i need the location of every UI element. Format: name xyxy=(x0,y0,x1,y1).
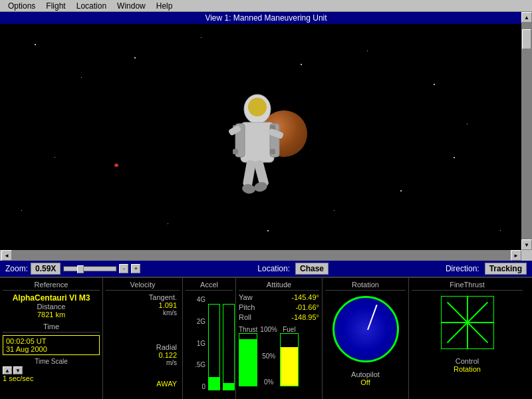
fuel-label: Fuel xyxy=(283,326,295,333)
pct-labels: 100% 50% 0% xyxy=(260,326,277,387)
star xyxy=(334,210,334,211)
yaw-row: Yaw -145.49° xyxy=(239,293,319,301)
star xyxy=(21,210,22,211)
accel-halfg: .5G xyxy=(186,361,205,368)
accel-fill-2 xyxy=(223,383,234,390)
tangent-value: 1.091 xyxy=(108,301,177,309)
scroll-left-button[interactable]: ◄ xyxy=(1,250,12,261)
zoom-plus-button[interactable]: + xyxy=(131,264,140,273)
timescale-row: ▲ ▼ xyxy=(3,366,100,374)
location-value: Chase xyxy=(295,263,329,275)
menu-window[interactable]: Window xyxy=(112,0,151,12)
tangent-label: Tangent. xyxy=(108,293,177,301)
location-label: Location: xyxy=(257,264,290,273)
scroll-right-button[interactable]: ► xyxy=(511,250,521,261)
statusbar: Zoom: 0.59X - + Location: Chase Directio… xyxy=(0,261,532,277)
menu-options[interactable]: Options xyxy=(3,0,41,12)
velocity-section: Velocity Tangent. 1.091 km/s Radial 0.12… xyxy=(103,278,183,399)
menu-help[interactable]: Help xyxy=(151,0,178,12)
time-date-value: 31 Aug 2000 xyxy=(6,345,96,353)
info-panel: Reference AlphaCentauri VI M3 Distance 7… xyxy=(0,277,532,399)
star xyxy=(367,51,368,51)
dial-needle xyxy=(367,305,378,330)
star xyxy=(454,157,455,158)
zoom-minus-button[interactable]: - xyxy=(119,264,128,273)
reference-header: Reference xyxy=(3,281,100,291)
radial-unit: m/s xyxy=(108,359,177,366)
finethrust-section: FineThrust Control Rotation xyxy=(409,278,525,399)
scroll-right: ▲ ▼ xyxy=(521,12,532,250)
svg-point-1 xyxy=(248,98,267,116)
fuel-bar xyxy=(280,333,299,386)
star xyxy=(467,124,467,124)
pitch-row: Pitch -01.66° xyxy=(239,303,319,311)
scroll-thumb-right[interactable] xyxy=(522,29,531,49)
rotation-section: Rotation Autopilot Off xyxy=(323,278,409,399)
accel-4g: 4G xyxy=(186,296,205,303)
red-dot xyxy=(114,164,118,167)
time-scale-value: 1 sec/sec xyxy=(3,374,100,382)
thrust-bar xyxy=(239,333,257,386)
time-ut-value: 00:02:05 UT xyxy=(6,337,96,345)
attitude-section: Attitude Yaw -145.49° Pitch -01.66° Roll… xyxy=(236,278,323,399)
star xyxy=(400,190,402,192)
direction-section: Direction: Tracking xyxy=(446,263,527,275)
star xyxy=(81,77,82,78)
scroll-track-right[interactable] xyxy=(521,23,532,239)
control-label: Control xyxy=(412,357,523,365)
menu-bar: Options Flight Location Window Help xyxy=(0,0,532,12)
radial-label: Radial xyxy=(108,343,177,351)
accel-bar-2 xyxy=(223,304,235,390)
pitch-value: -01.66° xyxy=(273,303,319,311)
roll-row: Roll -148.95° xyxy=(239,313,319,321)
scroll-track-bottom[interactable] xyxy=(12,250,511,261)
zoom-control: Zoom: 0.59X - + xyxy=(5,263,140,275)
scroll-up-button[interactable]: ▲ xyxy=(521,12,532,23)
distance-value: 7821 km xyxy=(3,311,100,319)
yaw-value: -145.49° xyxy=(273,293,319,301)
accel-header: Accel xyxy=(186,281,233,291)
star xyxy=(55,157,55,158)
accel-section: Accel 4G 2G 1G .5G 0 xyxy=(183,278,236,399)
pitch-label: Pitch xyxy=(239,303,265,311)
pct-50: 50% xyxy=(260,352,277,360)
window-title: View 1: Manned Maneuvering Unit xyxy=(205,13,327,23)
accel-2g: 2G xyxy=(186,318,205,325)
autopilot-value: Off xyxy=(325,378,406,386)
finethrust-header: FineThrust xyxy=(412,281,523,291)
star xyxy=(35,44,36,45)
accel-0: 0 xyxy=(186,383,205,390)
astronaut-figure xyxy=(221,90,294,217)
svg-rect-8 xyxy=(270,149,275,154)
fuel-fill xyxy=(281,347,298,386)
menu-location[interactable]: Location xyxy=(71,0,112,12)
thrust-fill xyxy=(239,339,257,386)
timescale-down-button[interactable]: ▼ xyxy=(13,366,23,374)
direction-value: Tracking xyxy=(485,263,527,275)
viewport xyxy=(1,24,521,250)
scroll-bottom: ◄ ► xyxy=(1,250,521,261)
roll-value: -148.95° xyxy=(273,313,319,321)
zoom-slider-thumb[interactable] xyxy=(77,265,84,273)
zoom-label: Zoom: xyxy=(5,264,28,273)
yaw-label: Yaw xyxy=(239,293,265,301)
timescale-up-button[interactable]: ▲ xyxy=(3,366,12,374)
zoom-slider[interactable] xyxy=(63,266,116,271)
menu-flight[interactable]: Flight xyxy=(41,0,70,12)
time-box: 00:02:05 UT 31 Aug 2000 xyxy=(3,335,100,355)
tangent-unit: km/s xyxy=(108,309,177,317)
scroll-down-button[interactable]: ▼ xyxy=(521,239,532,250)
reference-name: AlphaCentauri VI M3 xyxy=(3,293,100,303)
control-value: Rotation xyxy=(412,365,523,373)
svg-rect-7 xyxy=(233,149,238,154)
titlebar: View 1: Manned Maneuvering Unit xyxy=(0,12,532,24)
distance-label: Distance xyxy=(3,303,100,311)
rotation-dial xyxy=(332,296,399,362)
roll-label: Roll xyxy=(239,313,265,321)
radial-value: 0.122 xyxy=(108,351,177,359)
star xyxy=(434,84,435,85)
direction-label: Direction: xyxy=(446,264,479,273)
finethrust-cross xyxy=(441,296,494,349)
star xyxy=(301,64,302,65)
fuel-column: Fuel xyxy=(280,326,299,387)
